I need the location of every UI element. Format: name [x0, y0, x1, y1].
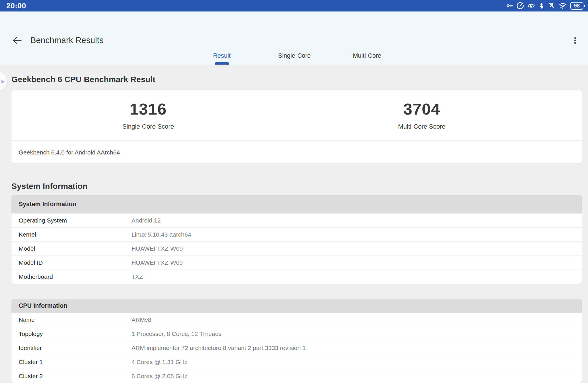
single-core-score-label: Single-Core Score	[79, 123, 217, 130]
table-row: Kernel Linux 5.10.43 aarch64	[11, 227, 582, 241]
multi-core-score-block: 3704 Multi-Core Score	[353, 100, 491, 130]
row-label: Motherboard	[11, 273, 131, 280]
result-section-heading: Geekbench 6 CPU Benchmark Result	[11, 75, 155, 84]
back-arrow-icon[interactable]	[11, 35, 23, 46]
row-value: ARM implementer 72 architecture 8 varian…	[131, 345, 306, 351]
system-section-heading: System Information	[11, 182, 88, 191]
row-value: 4 Cores @ 1.31 GHz	[131, 359, 187, 365]
performance-gauge-icon	[517, 2, 524, 9]
page-title: Benchmark Results	[30, 36, 104, 45]
score-card: 1316 Single-Core Score 3704 Multi-Core S…	[11, 90, 582, 164]
row-value: HUAWEI TXZ-W09	[131, 245, 183, 252]
row-value: 6 Cores @ 2.05 GHz	[131, 373, 187, 380]
table-row: Model HUAWEI TXZ-W09	[11, 241, 582, 256]
row-label: Operating System	[11, 217, 131, 224]
table-row: Operating System Android 12	[11, 213, 582, 227]
floating-bubble[interactable]: ▸	[0, 71, 7, 92]
kebab-menu-icon[interactable]	[570, 35, 581, 46]
row-label: Kernel	[11, 231, 131, 238]
row-value: Linux 5.10.43 aarch64	[131, 231, 191, 238]
row-value: ARMv8	[131, 316, 151, 323]
row-label: Model	[11, 245, 131, 252]
row-label: Model ID	[11, 259, 131, 266]
row-label: Name	[11, 316, 131, 323]
row-value: 1 Processor, 8 Cores, 12 Threads	[131, 330, 222, 337]
multi-core-score-label: Multi-Core Score	[353, 123, 491, 130]
geekbench-version: Geekbench 6.4.0 for Android AArch64	[19, 149, 120, 156]
bluetooth-icon	[538, 2, 545, 9]
app-header: Benchmark Results Result Single-Core Mul…	[0, 11, 588, 65]
key-icon	[506, 2, 513, 9]
table-header: CPU Information	[11, 299, 582, 313]
table-row: Cluster 1 4 Cores @ 1.31 GHz	[11, 355, 582, 369]
play-icon: ▸	[1, 78, 5, 85]
tab-multi-core-label: Multi-Core	[353, 52, 381, 59]
table-row: Model ID HUAWEI TXZ-W09	[11, 256, 582, 270]
tab-result-label: Result	[213, 52, 231, 59]
tab-multi-core[interactable]: Multi-Core	[331, 47, 403, 65]
battery-indicator: 98	[570, 2, 583, 10]
notifications-off-icon	[548, 2, 555, 9]
row-value: HUAWEI TXZ-W09	[131, 259, 183, 266]
single-core-score-value: 1316	[79, 100, 217, 118]
benchmark-results-screen: 20:00 98	[0, 0, 588, 383]
clock: 20:00	[6, 1, 26, 10]
table-header: System Information	[11, 195, 582, 213]
single-core-score-block: 1316 Single-Core Score	[79, 100, 217, 130]
card-divider	[11, 140, 582, 141]
active-tab-indicator	[215, 62, 229, 65]
row-label: Topology	[11, 330, 131, 337]
tab-single-core[interactable]: Single-Core	[258, 47, 331, 65]
table-row: Identifier ARM implementer 72 architectu…	[11, 341, 582, 355]
row-value: Android 12	[131, 217, 161, 224]
wifi-icon	[558, 2, 567, 9]
system-information-table: System Information Operating System Andr…	[11, 195, 582, 284]
tab-single-core-label: Single-Core	[278, 52, 311, 59]
table-row: Topology 1 Processor, 8 Cores, 12 Thread…	[11, 327, 582, 341]
eye-comfort-icon	[527, 2, 535, 9]
row-label: Identifier	[11, 345, 131, 351]
battery-percent: 98	[574, 3, 580, 9]
table-row: Cluster 2 6 Cores @ 2.05 GHz	[11, 369, 582, 383]
table-row: Name ARMv8	[11, 313, 582, 327]
tab-bar: Result Single-Core Multi-Core	[185, 47, 403, 65]
cpu-information-table: CPU Information Name ARMv8 Topology 1 Pr…	[11, 299, 582, 383]
multi-core-score-value: 3704	[353, 100, 491, 118]
table-row: Motherboard TXZ	[11, 270, 582, 284]
status-bar: 20:00 98	[0, 0, 588, 11]
row-label: Cluster 2	[11, 373, 131, 380]
row-value: TXZ	[131, 273, 143, 280]
tab-result[interactable]: Result	[185, 47, 258, 65]
row-label: Cluster 1	[11, 359, 131, 365]
status-icons: 98	[506, 2, 585, 10]
